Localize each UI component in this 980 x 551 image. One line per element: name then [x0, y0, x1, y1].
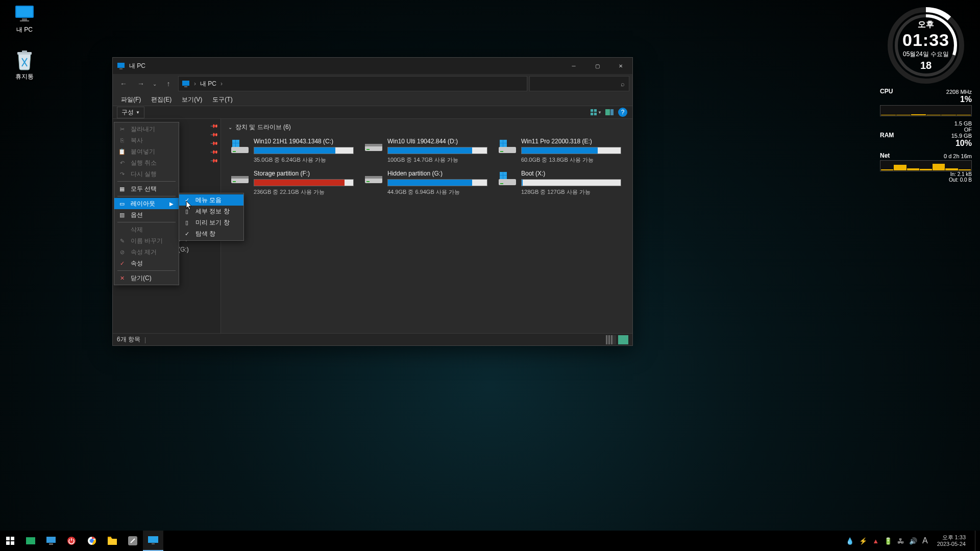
- submenu-item[interactable]: ▯세부 정보 창: [179, 206, 243, 217]
- chevron-down-icon: ▼: [598, 110, 602, 115]
- taskbar-app-system[interactable]: [41, 531, 61, 551]
- minimize-button[interactable]: ─: [562, 58, 585, 74]
- svg-rect-62: [148, 536, 158, 543]
- drive-item[interactable]: Hidden partition (G:)44.9GB 중 6.94GB 사용 …: [362, 168, 489, 198]
- svg-rect-44: [500, 176, 503, 179]
- tray-icon[interactable]: 💧: [846, 537, 854, 545]
- svg-rect-12: [591, 113, 593, 115]
- content-pane[interactable]: ⌄ 장치 및 드라이브 (6) Win10 21H1 19043.1348 (C…: [221, 119, 632, 333]
- menu-tools[interactable]: 도구(T): [208, 94, 236, 105]
- help-icon: ?: [618, 108, 627, 117]
- drive-item[interactable]: Win10 21H1 19043.1348 (C:)35.0GB 중 6.24G…: [228, 136, 356, 166]
- tray-icon[interactable]: ▲: [872, 537, 879, 545]
- search-input[interactable]: ⌕: [529, 76, 629, 91]
- submenu-item[interactable]: ✓탐색 창: [179, 228, 243, 239]
- drive-item[interactable]: Storage partition (F:)236GB 중 22.1GB 사용 …: [228, 168, 356, 198]
- back-button[interactable]: ←: [116, 76, 131, 91]
- forward-button[interactable]: →: [133, 76, 149, 91]
- drive-name: Hidden partition (G:): [387, 170, 487, 177]
- svg-rect-56: [49, 543, 53, 545]
- taskbar-app-chrome[interactable]: [82, 531, 102, 551]
- prop-icon: ✓: [117, 260, 127, 267]
- svg-rect-30: [503, 140, 507, 143]
- drive-usage-bar: [387, 179, 487, 186]
- tray-clock[interactable]: 오후 1:33 2023-05-24: [933, 534, 970, 547]
- desktop-icon-my-pc[interactable]: 내 PC: [5, 3, 44, 34]
- titlebar[interactable]: 내 PC ─ ▢ ✕: [113, 58, 632, 74]
- menu-item-layout[interactable]: ▭레이아웃▶: [114, 198, 179, 209]
- cut-icon: ✂: [117, 126, 127, 133]
- drive-item[interactable]: Win10 Ulti 19042.844 (D:)100GB 중 14.7GB …: [362, 136, 489, 166]
- menu-file[interactable]: 파일(F): [117, 94, 145, 105]
- options-icon: ▥: [117, 212, 127, 218]
- close-button[interactable]: ✕: [609, 58, 632, 74]
- check-icon: ✓: [182, 231, 191, 237]
- pane-icon: ▯: [182, 219, 191, 226]
- drive-item[interactable]: Boot (X:)128GB 중 127GB 사용 가능: [496, 168, 623, 198]
- drive-group-header[interactable]: ⌄ 장치 및 드라이브 (6): [228, 123, 625, 132]
- taskbar-app-explorer-active[interactable]: [143, 531, 163, 551]
- cpu-graph: [880, 105, 972, 116]
- menu-view[interactable]: 보기(V): [178, 94, 206, 105]
- tray-ime[interactable]: A: [922, 536, 928, 545]
- svg-rect-22: [236, 143, 239, 147]
- drive-usage-text: 100GB 중 14.7GB 사용 가능: [387, 156, 487, 164]
- show-desktop-button[interactable]: [975, 531, 978, 551]
- menu-item-prop[interactable]: ✓속성: [114, 258, 179, 269]
- svg-rect-10: [591, 109, 593, 112]
- svg-rect-51: [11, 537, 14, 540]
- svg-rect-24: [365, 144, 382, 146]
- taskbar-app-launcher[interactable]: [122, 531, 143, 551]
- tray-wifi-icon[interactable]: ⚡: [859, 537, 867, 545]
- tray-network-icon[interactable]: 🖧: [897, 537, 904, 545]
- tray-battery-icon[interactable]: 🔋: [884, 537, 892, 545]
- preview-pane-button[interactable]: [604, 107, 615, 118]
- svg-rect-19: [232, 140, 235, 143]
- svg-rect-6: [117, 63, 125, 68]
- svg-rect-52: [6, 541, 10, 545]
- menu-item-close[interactable]: ✕닫기(C): [114, 272, 179, 284]
- check-icon: ✓: [182, 197, 191, 204]
- system-tray: 💧 ⚡ ▲ 🔋 🖧 🔊 A 오후 1:33 2023-05-24: [846, 531, 980, 551]
- svg-rect-1: [16, 7, 33, 17]
- tray-volume-icon[interactable]: 🔊: [909, 537, 917, 545]
- net-out: Out: 0.0 B: [880, 177, 972, 183]
- address-bar[interactable]: › 내 PC ›: [178, 76, 527, 91]
- taskbar-app-file-explorer[interactable]: [102, 531, 122, 551]
- svg-rect-43: [503, 172, 507, 175]
- details-view-button[interactable]: [606, 335, 616, 344]
- menu-item-options[interactable]: ▥옵션: [114, 209, 179, 220]
- svg-rect-21: [232, 143, 235, 147]
- taskbar-app-monitor[interactable]: [20, 531, 41, 551]
- start-button[interactable]: [0, 531, 20, 551]
- drive-icon: [230, 171, 250, 187]
- redo-icon: ↷: [117, 171, 127, 178]
- organize-button[interactable]: 구성 ▼: [117, 107, 144, 118]
- breadcrumb-item[interactable]: 내 PC: [200, 80, 216, 88]
- submenu-item[interactable]: ▯미리 보기 창: [179, 217, 243, 228]
- taskbar-app-power[interactable]: [61, 531, 82, 551]
- history-dropdown[interactable]: ⌄: [151, 76, 159, 91]
- desktop-icon-label: 휴지통: [5, 72, 44, 81]
- drive-name: Boot (X:): [521, 170, 621, 177]
- submenu-item[interactable]: ✓메뉴 모음: [179, 194, 243, 206]
- svg-rect-14: [605, 109, 610, 115]
- layout-icon: ▭: [117, 201, 127, 207]
- drive-item[interactable]: Win11 Pro 22000.318 (E:)60.0GB 중 13.8GB …: [496, 136, 623, 166]
- svg-rect-32: [503, 143, 507, 147]
- ram-percent: 10%: [880, 139, 972, 148]
- menu-item-selectall[interactable]: ▦모두 선택: [114, 183, 179, 194]
- maximize-button[interactable]: ▢: [585, 58, 609, 74]
- desktop-icon-recycle-bin[interactable]: 휴지통: [5, 50, 44, 81]
- ram-used: 1.5 GB: [951, 120, 972, 127]
- view-mode-button[interactable]: ▼: [591, 107, 602, 118]
- chevron-right-icon: ›: [220, 80, 223, 87]
- paste-icon: 📋: [117, 148, 127, 155]
- svg-rect-50: [6, 537, 10, 540]
- menu-edit[interactable]: 편집(E): [147, 94, 176, 105]
- pin-icon: 📌: [210, 147, 218, 156]
- help-button[interactable]: ?: [617, 107, 628, 118]
- svg-rect-60: [108, 537, 111, 538]
- up-button[interactable]: ↑: [161, 76, 176, 91]
- tiles-view-button[interactable]: [618, 335, 628, 344]
